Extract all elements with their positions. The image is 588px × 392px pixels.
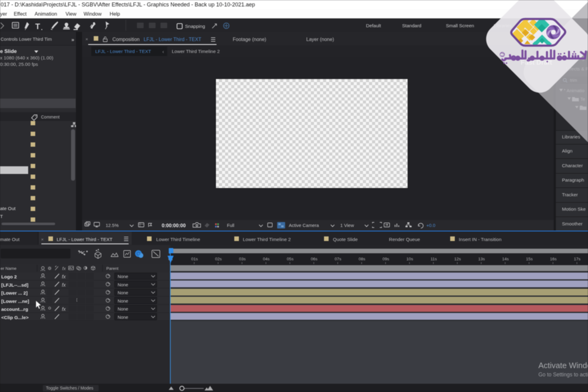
svg-text:Help: Help	[110, 11, 120, 17]
svg-text:Small Screen: Small Screen	[446, 23, 474, 28]
svg-text:Lower Third Timeline 2: Lower Third Timeline 2	[172, 49, 220, 54]
svg-text:01s: 01s	[191, 257, 198, 261]
svg-text:T: T	[35, 22, 40, 31]
svg-text:None: None	[118, 299, 128, 303]
svg-text:Insert IN - Transition: Insert IN - Transition	[459, 237, 502, 242]
svg-text:Composition: Composition	[112, 37, 140, 42]
svg-text:Go to Settings to activate Win: Go to Settings to activate Windows.	[538, 371, 588, 378]
svg-text:[Lower ...ne]: [Lower ...ne]	[1, 299, 29, 304]
svg-text:Layer (none): Layer (none)	[306, 37, 334, 42]
svg-text:×: ×	[41, 237, 44, 242]
svg-text:×: ×	[85, 36, 88, 42]
svg-text:Align: Align	[562, 148, 572, 153]
svg-text:Character: Character	[562, 163, 583, 168]
svg-text:Lower Third Timeline: Lower Third Timeline	[156, 237, 200, 242]
svg-text:Standard: Standard	[402, 23, 421, 28]
svg-text:Effect: Effect	[14, 11, 27, 17]
svg-text:07s: 07s	[335, 257, 341, 261]
svg-text:11s: 11s	[431, 257, 437, 261]
svg-text:‹: ‹	[162, 49, 164, 55]
svg-text:Lower Third Timeline 2: Lower Third Timeline 2	[243, 237, 291, 242]
svg-text:e Slide: e Slide	[0, 48, 17, 54]
svg-text:12.5%: 12.5%	[106, 223, 119, 228]
svg-text:0:00:00:00: 0:00:00:00	[162, 223, 186, 228]
svg-text:[LFJL--...sd]: [LFJL--...sd]	[1, 282, 28, 288]
svg-text:None: None	[118, 282, 128, 287]
svg-text:Quote Slide: Quote Slide	[333, 237, 358, 242]
svg-text:<Clip G...le>: <Clip G...le>	[1, 315, 29, 320]
svg-text:08s: 08s	[359, 257, 365, 261]
svg-text:account...rg: account...rg	[1, 307, 28, 312]
svg-text:fx: fx	[62, 274, 66, 279]
svg-text:fx: fx	[62, 307, 66, 312]
svg-text:None: None	[118, 290, 128, 295]
svg-text:16s: 16s	[550, 257, 557, 261]
svg-text:Controls Lower Third Tim: Controls Lower Third Tim	[1, 36, 52, 42]
svg-text:x 1080 (640 x 360) (1.00): x 1080 (640 x 360) (1.00)	[0, 55, 53, 60]
svg-text:Snapping: Snapping	[185, 24, 205, 29]
svg-text:Activate Windows: Activate Windows	[538, 361, 588, 370]
svg-text:fx: fx	[62, 266, 66, 271]
svg-text:LFJL - Lower Third - TEXT: LFJL - Lower Third - TEXT	[57, 237, 113, 242]
svg-text:06s: 06s	[311, 257, 318, 261]
svg-text:10s: 10s	[406, 257, 413, 261]
svg-text:Window: Window	[84, 11, 102, 17]
svg-text:+0.0: +0.0	[426, 223, 435, 228]
svg-text:LFJL - Lower Third - TEXT: LFJL - Lower Third - TEXT	[95, 49, 151, 54]
svg-text:12s: 12s	[454, 257, 461, 261]
svg-text:Smoother: Smoother	[562, 221, 582, 226]
svg-text:02s: 02s	[215, 257, 222, 261]
svg-text:None: None	[118, 274, 128, 279]
svg-text:Footage (none): Footage (none)	[233, 37, 266, 42]
svg-text:Parent: Parent	[106, 266, 119, 271]
svg-text:LFJL - Lower Third - TEXT: LFJL - Lower Third - TEXT	[144, 37, 201, 42]
svg-text:[Lower ... 2]: [Lower ... 2]	[1, 290, 28, 296]
svg-text:1 View: 1 View	[340, 223, 354, 228]
svg-text:0:30:00, 25.00 fps: 0:30:00, 25.00 fps	[0, 62, 38, 67]
svg-text:Libraries: Libraries	[562, 134, 580, 139]
svg-text:Comment: Comment	[41, 115, 60, 119]
svg-text:13s: 13s	[478, 257, 485, 261]
svg-text:Motion Ske: Motion Ske	[562, 206, 586, 212]
svg-text:Logo 2: Logo 2	[1, 274, 17, 279]
svg-text:ate Out: ate Out	[0, 206, 16, 211]
svg-text:Tracker: Tracker	[562, 192, 578, 197]
svg-text:Toggle Switches / Modes: Toggle Switches / Modes	[46, 386, 93, 390]
svg-text:05s: 05s	[287, 257, 294, 261]
svg-text:14s: 14s	[502, 257, 509, 261]
svg-text:er Name: er Name	[1, 266, 17, 271]
svg-text:04s: 04s	[263, 257, 270, 261]
svg-text:Default: Default	[366, 23, 381, 28]
svg-text:Paragraph: Paragraph	[562, 177, 584, 183]
svg-text:03s: 03s	[239, 257, 246, 261]
svg-text:Active Camera: Active Camera	[289, 223, 319, 228]
svg-text:T: T	[0, 214, 3, 219]
svg-text:Render Queue: Render Queue	[389, 237, 420, 242]
svg-text:»: »	[71, 37, 74, 43]
svg-text:09s: 09s	[383, 257, 389, 261]
svg-text:Full: Full	[227, 223, 234, 228]
svg-text:View: View	[66, 11, 77, 17]
svg-text:017 - D:\Kashida\Projects\LFJL: 017 - D:\Kashida\Projects\LFJL - SGBV\Af…	[1, 2, 255, 8]
svg-text:17s: 17s	[574, 257, 581, 261]
svg-text:fx: fx	[62, 282, 66, 288]
svg-text:15s: 15s	[526, 257, 533, 261]
svg-text:Fast Draft: Fast Draft	[521, 58, 552, 66]
svg-text:yer: yer	[0, 11, 7, 17]
svg-text:mate Out: mate Out	[0, 237, 20, 242]
svg-text:Animation: Animation	[35, 11, 57, 17]
svg-text:None: None	[118, 315, 128, 320]
svg-text:None: None	[118, 307, 128, 311]
